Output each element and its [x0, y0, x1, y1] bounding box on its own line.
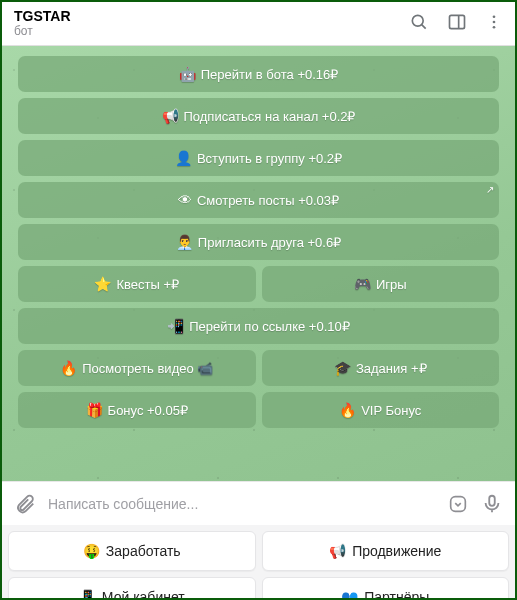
attach-icon[interactable]: [14, 493, 36, 515]
chat-area: 🤖Перейти в бота +0.16₽📢Подписаться на ка…: [2, 46, 515, 481]
button-emoji-icon: 🎓: [334, 360, 351, 376]
inline-button[interactable]: 🤖Перейти в бота +0.16₽: [18, 56, 499, 92]
inline-button[interactable]: 👨‍💼Пригласить друга +0.6₽: [18, 224, 499, 260]
message-input[interactable]: [48, 496, 435, 512]
sidebar-icon[interactable]: [447, 12, 467, 32]
keyboard-row: 🤑Заработать📢Продвижение: [8, 531, 509, 571]
chat-header: TGSTAR бот: [2, 2, 515, 46]
button-emoji-icon: 👨‍💼: [176, 234, 193, 250]
button-emoji-icon: 👤: [175, 150, 192, 166]
search-icon[interactable]: [409, 12, 429, 32]
button-label: Игры: [376, 277, 407, 292]
button-label: Вступить в группу +0.2₽: [197, 151, 342, 166]
chat-title: TGSTAR: [14, 8, 409, 24]
inline-button[interactable]: 👁Смотреть посты +0.03₽↗: [18, 182, 499, 218]
reply-keyboard: 🤑Заработать📢Продвижение📱Мой кабинет👥Парт…: [2, 525, 515, 600]
button-emoji-icon: 🔥: [339, 402, 356, 418]
button-emoji-icon: 📱: [79, 589, 96, 600]
button-label: Перейти по ссылке +0.10₽: [189, 319, 350, 334]
button-emoji-icon: 📢: [329, 543, 346, 559]
svg-rect-8: [489, 495, 495, 505]
inline-button[interactable]: ⭐Квесты +₽: [18, 266, 256, 302]
keyboard-button[interactable]: 📱Мой кабинет: [8, 577, 256, 600]
inline-row: 🔥Посмотреть видео 📹🎓Задания +₽: [18, 350, 499, 386]
inline-row: 📲Перейти по ссылке +0.10₽: [18, 308, 499, 344]
button-emoji-icon: 🎁: [86, 402, 103, 418]
chat-subtitle: бот: [14, 24, 409, 38]
button-label: VIP Бонус: [361, 403, 421, 418]
button-emoji-icon: 👁: [178, 192, 192, 208]
keyboard-row: 📱Мой кабинет👥Партнёры: [8, 577, 509, 600]
mic-icon[interactable]: [481, 493, 503, 515]
button-label: Перейти в бота +0.16₽: [201, 67, 339, 82]
inline-button[interactable]: 🎁Бонус +0.05₽: [18, 392, 256, 428]
button-label: Продвижение: [352, 543, 441, 559]
button-emoji-icon: 📲: [167, 318, 184, 334]
inline-row: 👁Смотреть посты +0.03₽↗: [18, 182, 499, 218]
button-emoji-icon: 👥: [341, 589, 358, 600]
keyboard-button[interactable]: 👥Партнёры: [262, 577, 510, 600]
button-label: Бонус +0.05₽: [108, 403, 188, 418]
inline-button[interactable]: 🔥Посмотреть видео 📹: [18, 350, 256, 386]
bot-commands-icon[interactable]: [447, 493, 469, 515]
button-label: Задания +₽: [356, 361, 427, 376]
svg-line-1: [422, 25, 426, 29]
button-label: Подписаться на канал +0.2₽: [184, 109, 356, 124]
svg-point-5: [493, 21, 496, 24]
svg-point-6: [493, 26, 496, 29]
button-label: Посмотреть видео 📹: [82, 361, 213, 376]
inline-button[interactable]: 🔥VIP Бонус: [262, 392, 500, 428]
inline-row: 👤Вступить в группу +0.2₽: [18, 140, 499, 176]
inline-button[interactable]: 📢Подписаться на канал +0.2₽: [18, 98, 499, 134]
svg-point-4: [493, 15, 496, 18]
inline-row: 🎁Бонус +0.05₽🔥VIP Бонус: [18, 392, 499, 428]
keyboard-button[interactable]: 📢Продвижение: [262, 531, 510, 571]
inline-button[interactable]: 📲Перейти по ссылке +0.10₽: [18, 308, 499, 344]
button-label: Партнёры: [364, 589, 429, 600]
button-emoji-icon: 🤑: [83, 543, 100, 559]
svg-point-0: [412, 15, 423, 26]
more-icon[interactable]: [485, 12, 503, 32]
inline-button[interactable]: 🎮Игры: [262, 266, 500, 302]
svg-rect-7: [451, 496, 466, 511]
button-label: Квесты +₽: [116, 277, 179, 292]
keyboard-button[interactable]: 🤑Заработать: [8, 531, 256, 571]
inline-button[interactable]: 👤Вступить в группу +0.2₽: [18, 140, 499, 176]
button-label: Смотреть посты +0.03₽: [197, 193, 339, 208]
inline-row: 📢Подписаться на канал +0.2₽: [18, 98, 499, 134]
inline-row: ⭐Квесты +₽🎮Игры: [18, 266, 499, 302]
button-emoji-icon: 🔥: [60, 360, 77, 376]
inline-row: 🤖Перейти в бота +0.16₽: [18, 56, 499, 92]
share-indicator-icon: ↗: [486, 184, 494, 195]
svg-rect-2: [450, 15, 465, 28]
inline-button[interactable]: 🎓Задания +₽: [262, 350, 500, 386]
button-label: Заработать: [106, 543, 181, 559]
message-input-bar: [2, 481, 515, 525]
button-label: Мой кабинет: [102, 589, 185, 600]
inline-row: 👨‍💼Пригласить друга +0.6₽: [18, 224, 499, 260]
button-label: Пригласить друга +0.6₽: [198, 235, 341, 250]
button-emoji-icon: 🤖: [179, 66, 196, 82]
button-emoji-icon: 📢: [162, 108, 179, 124]
button-emoji-icon: 🎮: [354, 276, 371, 292]
button-emoji-icon: ⭐: [94, 276, 111, 292]
